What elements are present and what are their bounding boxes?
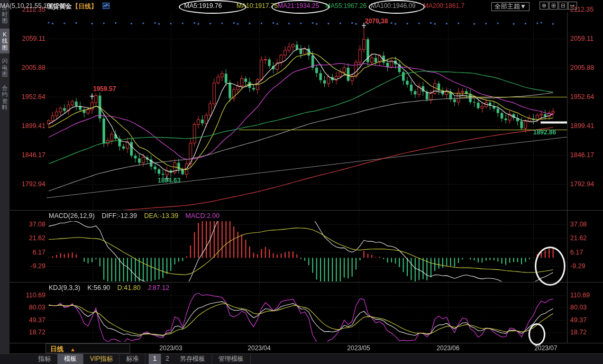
tab-template-1[interactable]: 1 — [149, 354, 161, 364]
annotation-circle-0 — [179, 0, 246, 14]
grid-icon[interactable]: ⊞ — [549, 2, 558, 10]
macd-macd-value: MACD:2.00 — [186, 212, 220, 220]
bottom-tab-bar: 指标模板VIP指标标准12另存模板管理模板 — [0, 353, 603, 364]
macd-dea-value: DEA:-13.39 — [144, 212, 179, 220]
macd-name: MACD(26,12,9) — [49, 212, 95, 220]
tab-manage-templates[interactable]: 管理模板 — [212, 354, 251, 364]
ma-value-5: MA200:1861.7 — [423, 2, 464, 10]
kdj-name: KDJ(9,3,3) — [49, 284, 80, 292]
macd-diff-value: DIFF:-12.39 — [102, 212, 137, 220]
annotation-circle-4 — [528, 323, 545, 345]
main-chart-canvas[interactable] — [0, 0, 603, 364]
tab-templates[interactable]: 模板 — [58, 354, 84, 364]
ma-group-label: MA(5,10,21,55,100,200) — [0, 2, 68, 10]
tab-vip-indicators[interactable]: VIP指标 — [84, 354, 120, 364]
tab-standard[interactable]: 标准 — [120, 354, 145, 364]
themes-dropdown-button[interactable]: 全部主题▼ — [491, 2, 529, 11]
kdj-d-value: D:41.80 — [117, 284, 141, 292]
tab-template-2[interactable]: 2 — [161, 354, 173, 364]
kdj-header: KDJ(9,3,3) K:56.90 D:41.80 J:87.12 — [49, 284, 175, 292]
side-tab-flash-chart[interactable]: 闪电图 — [0, 55, 10, 80]
pan-icon[interactable]: ⊕ — [540, 2, 549, 10]
period-arrow-icon: ▲ — [70, 347, 75, 352]
kdj-j-value: J:87.12 — [148, 284, 169, 292]
trading-app-window: { "window":{"width":1140,"height":688,"b… — [0, 0, 603, 364]
period-tag: 【日线】 — [72, 3, 97, 10]
annotation-circle-1 — [271, 0, 330, 14]
tab-save-as-template[interactable]: 另存模板 — [173, 354, 212, 364]
ma-value-3: MA55:1967.26 — [325, 2, 367, 10]
left-sidebar: 分时图K线图闪电图合约资料 — [0, 0, 10, 353]
macd-header: MACD(26,12,9) DIFF:-12.39 DEA:-13.39 MAC… — [49, 212, 225, 220]
side-tab-contract-info[interactable]: 合约资料 — [0, 82, 10, 114]
period-label: 日线 — [50, 345, 63, 353]
chart-type-icon[interactable] — [103, 3, 109, 11]
kdj-k-value: K:56.90 — [87, 284, 110, 292]
annotation-circle-3 — [535, 247, 565, 286]
period-selector[interactable]: 日线 ▲ — [45, 343, 130, 353]
annotation-circle-2 — [369, 0, 425, 14]
scale-icon[interactable]: ⊟ — [559, 2, 568, 10]
tab-indicators[interactable]: 指标 — [32, 354, 58, 364]
side-tab-kline-chart[interactable]: K线图 — [0, 29, 10, 54]
exit-icon[interactable]: ↦ — [568, 2, 577, 10]
